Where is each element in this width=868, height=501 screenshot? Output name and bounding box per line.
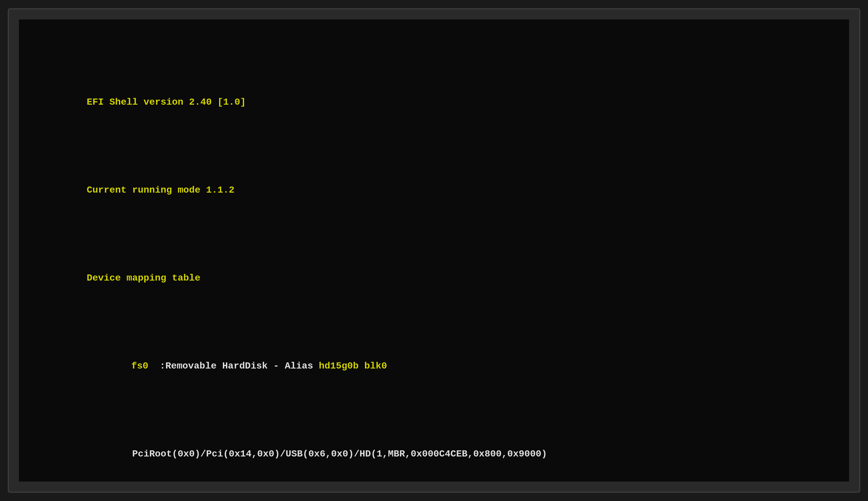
line-fs0: fs0 :Removable HardDisk - Alias hd15g0b … [41, 344, 827, 388]
fs0-desc: :Removable HardDisk - Alias [148, 361, 319, 371]
line-efi-version: EFI Shell version 2.40 [1.0] [41, 80, 827, 124]
running-mode-text: Current running mode 1.1.2 [87, 185, 234, 195]
monitor: EFI Shell version 2.40 [1.0] Current run… [8, 8, 860, 493]
line-running-mode: Current running mode 1.1.2 [41, 168, 827, 212]
fs0-path: PciRoot(0x0)/Pci(0x14,0x0)/USB(0x6,0x0)/… [87, 449, 547, 459]
line-device-mapping: Device mapping table [41, 256, 827, 300]
efi-version-text: EFI Shell version 2.40 [1.0] [87, 97, 246, 107]
terminal-output: EFI Shell version 2.40 [1.0] Current run… [41, 36, 827, 481]
fs0-label: fs0 [131, 361, 148, 371]
fs0-alias: hd15g0b blk0 [319, 361, 387, 371]
line-fs0-path: PciRoot(0x0)/Pci(0x14,0x0)/USB(0x6,0x0)/… [41, 432, 827, 476]
screen: EFI Shell version 2.40 [1.0] Current run… [19, 20, 849, 481]
device-mapping-text: Device mapping table [87, 273, 200, 283]
